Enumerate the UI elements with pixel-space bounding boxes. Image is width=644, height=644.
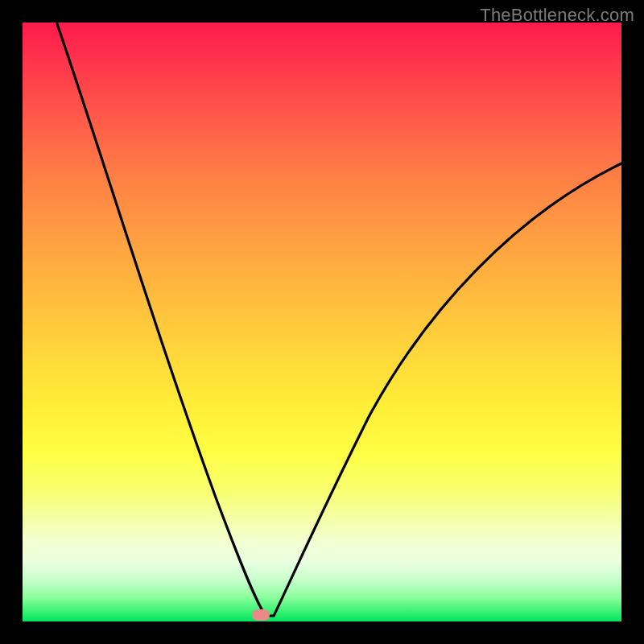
curve-path: [48, 0, 621, 616]
bottleneck-curve: [23, 23, 621, 621]
watermark-text: TheBottleneck.com: [480, 5, 634, 26]
optimal-marker: [252, 609, 270, 621]
